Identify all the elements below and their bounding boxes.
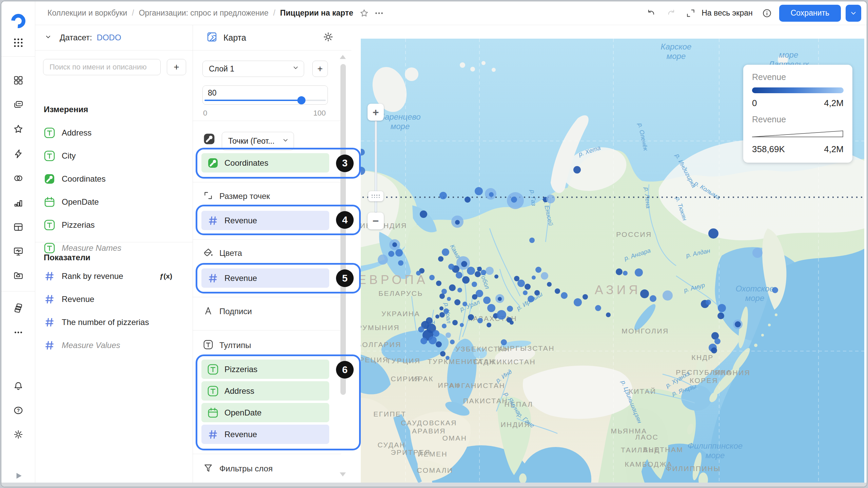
pizzeria-point[interactable] <box>489 192 494 197</box>
pizzeria-point[interactable] <box>450 340 455 344</box>
field-item-city[interactable]: City <box>35 144 193 167</box>
pizzeria-point[interactable] <box>718 304 726 312</box>
pizzeria-point[interactable] <box>475 271 481 277</box>
pizzeria-point[interactable] <box>449 284 456 291</box>
pizzeria-point[interactable] <box>541 272 548 280</box>
field-chip-address[interactable]: Address <box>201 381 329 401</box>
pizzeria-point[interactable] <box>436 281 441 286</box>
pizzeria-point[interactable] <box>398 260 403 266</box>
pizzeria-point[interactable] <box>433 330 439 337</box>
save-button[interactable]: Сохранить <box>779 5 841 22</box>
pizzeria-point[interactable] <box>440 351 446 357</box>
field-item-rank-by-revenue[interactable]: Rank by revenueƒ(x) <box>35 265 193 288</box>
opacity-value[interactable]: 80 <box>208 88 217 98</box>
pizzeria-point[interactable] <box>635 268 643 277</box>
help-icon[interactable]: ? <box>13 405 23 415</box>
field-chip-revenue[interactable]: Revenue <box>201 211 329 230</box>
pizzeria-point[interactable] <box>497 310 506 320</box>
pizzeria-point[interactable] <box>378 255 388 265</box>
tables-icon[interactable] <box>13 222 23 232</box>
fullscreen-label[interactable]: На весь экран <box>702 8 753 18</box>
dataset-header[interactable]: Датасет: DODO <box>35 25 193 50</box>
breadcrumb-item[interactable]: Организации: спрос и предложение <box>139 8 268 18</box>
pizzeria-point[interactable] <box>514 276 519 281</box>
pizzeria-point[interactable] <box>735 321 741 327</box>
pizzeria-point[interactable] <box>454 299 460 305</box>
add-field-button[interactable]: + <box>167 59 186 75</box>
pizzeria-point[interactable] <box>717 312 724 319</box>
pizzeria-point[interactable] <box>650 295 656 302</box>
pizzeria-point[interactable] <box>439 293 445 299</box>
layer-filters-section[interactable]: Фильтры слоя <box>203 463 273 474</box>
pizzeria-point[interactable] <box>446 356 450 360</box>
geotype-select[interactable]: Точки (Геот... <box>222 132 294 150</box>
field-item-measure-values[interactable]: Measure Values <box>35 334 193 357</box>
field-chip-revenue[interactable]: Revenue <box>201 425 329 444</box>
collections-icon[interactable] <box>13 100 23 110</box>
pizzeria-point[interactable] <box>534 290 540 296</box>
charts-bar-icon[interactable] <box>13 198 23 208</box>
chart-settings-gear-icon[interactable] <box>323 32 334 44</box>
scrollbar-thumb[interactable] <box>340 64 346 395</box>
editor-monitor-icon[interactable] <box>13 246 23 257</box>
pizzeria-point[interactable] <box>388 251 394 257</box>
undo-icon[interactable] <box>644 6 659 21</box>
pizzeria-point[interactable] <box>420 338 427 344</box>
pizzeria-point[interactable] <box>528 296 534 302</box>
settings-gear-icon[interactable] <box>13 429 23 440</box>
storage-folder-icon[interactable] <box>13 271 23 281</box>
info-icon[interactable] <box>760 6 774 21</box>
pizzeria-point[interactable] <box>616 268 623 275</box>
redo-icon[interactable] <box>664 6 678 21</box>
datasets-circles-icon[interactable] <box>13 173 23 183</box>
pizzeria-point[interactable] <box>462 276 470 284</box>
pizzeria-point[interactable] <box>708 228 718 239</box>
pizzeria-point[interactable] <box>439 306 443 310</box>
favorites-star-icon[interactable] <box>13 124 23 134</box>
breadcrumb-item[interactable]: Коллекции и воркбуки <box>47 8 127 18</box>
pizzeria-point[interactable] <box>468 314 474 320</box>
pizzeria-point[interactable] <box>460 323 464 327</box>
pizzeria-point[interactable] <box>448 264 454 270</box>
pizzeria-point[interactable] <box>442 248 449 256</box>
pizzeria-point[interactable] <box>487 323 491 327</box>
dataset-name-link[interactable]: DODO <box>97 33 121 42</box>
pizzeria-point[interactable] <box>483 297 491 304</box>
pizzeria-point[interactable] <box>547 282 552 287</box>
pizzeria-point[interactable] <box>595 305 601 311</box>
pizzeria-point[interactable] <box>439 312 445 318</box>
pizzeria-point[interactable] <box>574 298 582 306</box>
pizzeria-point[interactable] <box>457 288 462 292</box>
favorite-star-icon[interactable] <box>357 6 372 21</box>
pizzeria-point[interactable] <box>529 238 535 243</box>
zoom-in-button[interactable]: + <box>368 104 384 121</box>
map-canvas[interactable]: ЕВРОПААЗИЯРОССИЯФИНЛЯНДИЯБЕЛАРУСЬУКРАИНА… <box>361 39 864 483</box>
pizzeria-point[interactable] <box>472 282 477 287</box>
add-layer-button[interactable]: + <box>312 61 328 77</box>
scroll-up-icon[interactable] <box>340 55 346 59</box>
config-scrollbar[interactable] <box>340 64 346 467</box>
pizzeria-point[interactable] <box>507 317 512 323</box>
save-dropdown-button[interactable] <box>846 5 861 22</box>
pizzeria-point[interactable] <box>606 312 611 317</box>
pizzeria-point[interactable] <box>472 294 477 300</box>
search-input[interactable] <box>43 59 161 75</box>
pizzeria-point[interactable] <box>494 274 498 279</box>
pizzeria-point[interactable] <box>455 220 460 225</box>
quick-actions-bolt-icon[interactable] <box>13 149 23 159</box>
pizzeria-point[interactable] <box>465 197 471 203</box>
breadcrumb-item[interactable]: Пиццерии на карте <box>280 8 353 18</box>
pizzeria-point[interactable] <box>561 292 568 299</box>
labels-section[interactable]: Подписи <box>203 306 252 317</box>
pizzeria-point[interactable] <box>772 287 778 293</box>
field-chip-revenue[interactable]: Revenue <box>201 268 329 288</box>
pizzeria-point[interactable] <box>573 166 581 174</box>
pizzeria-point[interactable] <box>523 290 528 295</box>
pizzeria-point[interactable] <box>442 324 447 328</box>
pizzeria-point[interactable] <box>752 248 763 258</box>
pizzeria-point[interactable] <box>416 271 421 276</box>
zoom-out-button[interactable]: − <box>368 212 384 229</box>
pizzeria-point[interactable] <box>467 267 475 275</box>
pizzeria-point[interactable] <box>392 242 397 247</box>
pizzeria-point[interactable] <box>535 267 541 273</box>
